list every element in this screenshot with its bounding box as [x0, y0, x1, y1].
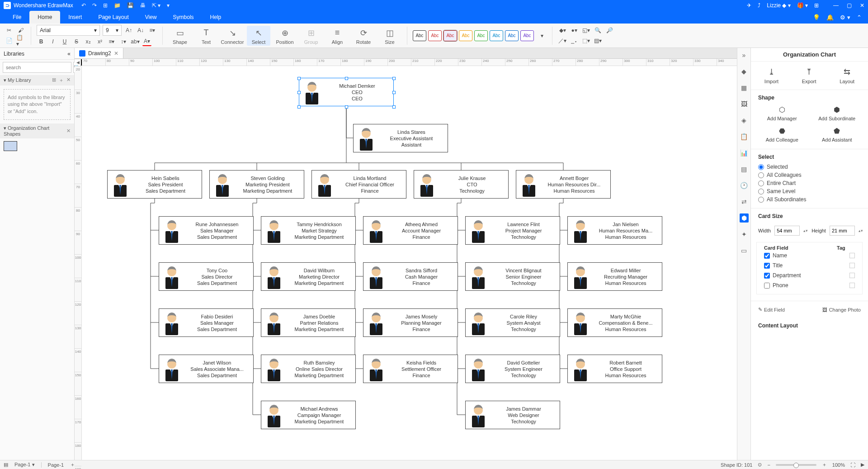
fit-icon[interactable]: ⊙ — [758, 462, 762, 468]
tab-view[interactable]: View — [137, 11, 165, 24]
org-node[interactable]: Rune JohannessenSales ManagerSales Depar… — [159, 216, 254, 245]
tool-shape[interactable]: ▭Shape — [168, 27, 192, 45]
increase-font-icon[interactable]: A↑ — [124, 26, 133, 35]
org-node[interactable]: David WilburnMarketing DirectorMarketing… — [261, 262, 356, 291]
rp-action-export[interactable]: ⤒Export — [802, 67, 816, 84]
page-select[interactable]: Page-1 ▾ — [14, 462, 35, 468]
comments-icon[interactable]: ⇄ — [740, 197, 749, 206]
style-chip-6[interactable]: Abc — [505, 30, 519, 41]
maximize-icon[interactable]: ▢ — [847, 2, 852, 9]
org-node[interactable]: Michael DemkerCEOCEO — [299, 78, 394, 106]
effects-icon[interactable]: ✦ — [740, 230, 749, 239]
theme-icon[interactable]: ◆ — [740, 67, 749, 76]
fullscreen-icon[interactable]: ⛶ — [850, 462, 855, 468]
data-icon[interactable]: 📊 — [740, 148, 749, 157]
org-node[interactable]: Jan NielsenHuman Resources Ma...Human Re… — [567, 216, 662, 245]
export-icon[interactable]: ⇱ ▾ — [152, 2, 160, 9]
redo-icon[interactable]: ↷ — [92, 2, 97, 9]
org-node[interactable]: Edward MillerRecruiting ManagerHuman Res… — [567, 262, 662, 291]
import-lib-icon[interactable]: ⊞ — [52, 77, 56, 84]
linestyle-icon[interactable]: ⎯▾ — [570, 36, 579, 45]
undo-icon[interactable]: ↶ — [81, 2, 86, 9]
tab-insert[interactable]: Insert — [60, 11, 90, 24]
style-chip-7[interactable]: Abc — [520, 30, 534, 41]
org-node[interactable]: Annett BogerHuman Resources Dir...Human … — [516, 170, 611, 199]
lightbulb-icon[interactable]: 💡 — [813, 14, 820, 21]
collapse-icon[interactable]: ⌃ — [857, 14, 862, 21]
close-lib-icon[interactable]: ✕ — [66, 77, 71, 84]
org-node[interactable]: Carole RileySystem AnalystTechnology — [465, 308, 560, 337]
org-node[interactable]: Tony CooSales DirectorSales Department — [159, 262, 254, 291]
arrange-icon[interactable]: ⬚▾ — [581, 36, 590, 45]
style-chip-1[interactable]: Abc — [428, 30, 442, 41]
collapse-left-icon[interactable]: « — [67, 51, 71, 57]
mylibrary-section[interactable]: My Library — [8, 77, 31, 83]
fontsize-select[interactable]: 9▾ — [103, 25, 122, 36]
tool-position[interactable]: ⊕Position — [273, 27, 297, 45]
close-doc-icon[interactable]: ✕ — [114, 50, 118, 57]
orgshape-thumb[interactable] — [4, 141, 17, 151]
style-chip-3[interactable]: Abc — [459, 30, 472, 41]
style-chip-5[interactable]: Abc — [490, 30, 503, 41]
tool-connector[interactable]: ↘Connector — [221, 27, 244, 45]
superscript-icon[interactable]: x² — [95, 37, 104, 46]
tool-size[interactable]: ◫Size — [378, 27, 401, 45]
select-option[interactable]: All Subordinates — [751, 195, 868, 204]
outline-icon[interactable]: 📋 — [740, 132, 749, 141]
open-icon[interactable]: 📁 — [114, 2, 121, 9]
pages-icon[interactable]: ▤ — [4, 462, 8, 468]
page-icon[interactable]: ▦ — [740, 83, 749, 92]
expand-rail-icon[interactable]: » — [740, 51, 749, 60]
org-node[interactable]: Sandra SiffordCash ManagerFinance — [363, 262, 458, 291]
underline-icon[interactable]: U — [60, 37, 69, 46]
bold-icon[interactable]: B — [37, 37, 46, 46]
org-node[interactable]: Linda MortlandChief Financial OfficerFin… — [311, 170, 406, 199]
org-node[interactable]: Keisha FieldsSettlement OfficerFinance — [363, 355, 458, 383]
image-icon[interactable]: 🖼 — [740, 99, 749, 109]
org-node[interactable]: James DoeblePartner RelationsMarketing D… — [261, 308, 356, 337]
font-select[interactable]: Arial▾ — [37, 25, 100, 36]
org-node[interactable]: David GottelierSystem EngineerTechnology — [465, 355, 560, 383]
align-icon[interactable]: ≡▾ — [148, 26, 157, 35]
copy-icon[interactable]: 📄 — [5, 36, 14, 45]
style-chip-4[interactable]: Abc — [474, 30, 488, 41]
org-node[interactable]: Lawrence FlintProject ManagerTechnology — [465, 216, 560, 245]
style-chip-0[interactable]: Abc — [413, 30, 426, 41]
tool-align[interactable]: ≡Align — [326, 27, 349, 45]
gift-icon[interactable]: 🎁 ▾ — [797, 2, 808, 9]
tab-symbols[interactable]: Symbols — [165, 11, 202, 24]
apps-icon[interactable]: ⊞ — [814, 2, 819, 9]
bell-icon[interactable]: 🔔 — [826, 14, 834, 21]
select-option[interactable]: Same Level — [751, 187, 868, 195]
add-lib-icon[interactable]: ＋ — [59, 77, 64, 84]
org-node[interactable]: Hein SabelisSales PresidentSales Departm… — [107, 170, 202, 199]
org-node[interactable]: James DammarWeb DesignerTechnology — [465, 401, 560, 429]
close-orgshapes-icon[interactable]: ✕ — [66, 128, 71, 134]
search-input[interactable] — [3, 62, 71, 73]
org-node[interactable]: Tammy HendricksonMarket StrategyMarketin… — [261, 216, 356, 245]
tool-select[interactable]: ↖Select — [247, 26, 270, 46]
tab-home[interactable]: Home — [29, 11, 60, 24]
tab-help[interactable]: Help — [202, 11, 230, 24]
change-photo-button[interactable]: 🖼 Change Photo — [822, 307, 861, 313]
select-option[interactable]: Selected — [751, 163, 868, 171]
spacing-icon[interactable]: ↕▾ — [119, 37, 128, 46]
send-icon[interactable]: ✈ — [747, 2, 751, 9]
height-input[interactable] — [830, 226, 855, 236]
history-icon[interactable]: 🕐 — [740, 181, 749, 190]
org-node[interactable]: Julie KrauseCTOTechnology — [414, 170, 509, 199]
zoom-in-icon[interactable]: ＋ — [822, 461, 827, 468]
tab-pagelayout[interactable]: Page Layout — [90, 11, 137, 24]
table-icon[interactable]: ▤ — [740, 165, 749, 174]
italic-icon[interactable]: I — [48, 37, 57, 46]
page-tab[interactable]: Page-1 — [41, 462, 64, 468]
org-node[interactable]: Steven GoldingMarketing PresidentMarketi… — [209, 170, 304, 199]
paste-icon[interactable]: 📋▾ — [16, 36, 25, 45]
strike-icon[interactable]: S — [72, 37, 81, 46]
find-icon[interactable]: 🔍 — [593, 26, 602, 35]
highlight-icon[interactable]: ab▾ — [131, 37, 140, 46]
select-option[interactable]: Entire Chart — [751, 179, 868, 187]
rp-action-import[interactable]: ⤓Import — [764, 67, 778, 84]
org-node[interactable]: Atheeq AhmedAccount ManagerFinance — [363, 216, 458, 245]
edit-field-button[interactable]: ✎ Edit Field — [758, 307, 785, 313]
